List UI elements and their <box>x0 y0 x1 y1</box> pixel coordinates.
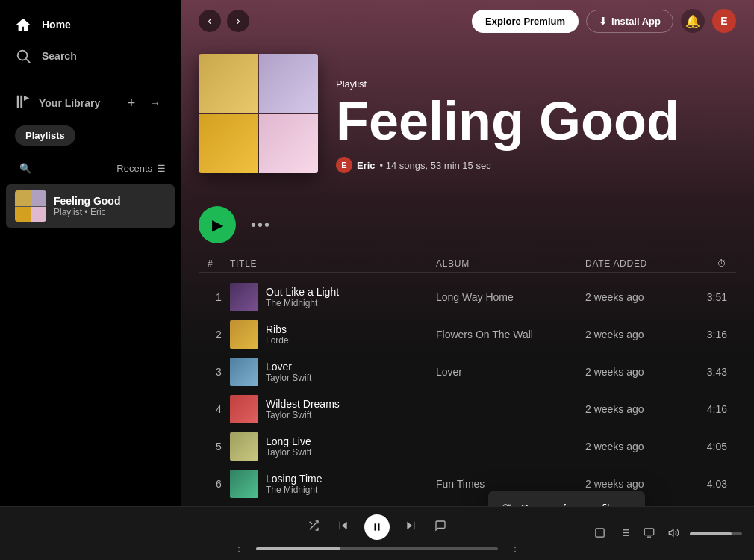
playlist-hero: Playlist Feeling Good E Eric • 14 songs,… <box>181 42 754 191</box>
volume-bar[interactable] <box>690 532 742 535</box>
remove-profile-label: Remove from profile <box>521 503 615 506</box>
user-avatar-button[interactable]: E <box>712 9 736 33</box>
lyrics-button[interactable] <box>431 517 449 538</box>
owner-name: Eric <box>357 160 376 171</box>
install-app-label: Install App <box>611 16 661 27</box>
playlist-details: Playlist Feeling Good E Eric • 14 songs,… <box>336 78 679 173</box>
search-label: Search <box>42 50 77 62</box>
main-content: ‹ › Explore Premium ⬇ Install App 🔔 E <box>181 0 754 506</box>
library-search-button[interactable]: 🔍 <box>15 158 36 178</box>
playlist-thumbnail <box>15 190 46 222</box>
library-header: Your Library + → <box>6 87 175 119</box>
svg-rect-28 <box>596 528 604 536</box>
play-button[interactable]: ▶ <box>199 206 236 243</box>
home-icon <box>15 16 31 33</box>
svg-rect-35 <box>644 528 654 535</box>
cover-cell-1 <box>199 54 258 113</box>
library-actions: + → <box>121 93 166 113</box>
bottom-player: -:- -:- <box>0 506 754 560</box>
svg-rect-25 <box>378 523 379 530</box>
playlist-owner: E Eric • 14 songs, 53 min 15 sec <box>336 157 679 173</box>
more-options-button[interactable]: ••• <box>251 217 271 234</box>
library-header-left: Your Library <box>15 93 100 113</box>
next-button[interactable] <box>402 517 420 538</box>
thumb-cell-1 <box>15 190 31 206</box>
search-icon <box>15 48 31 64</box>
playlist-item[interactable]: Feeling Good Playlist • Eric <box>6 184 175 228</box>
tracks-area: # Title Album Date added ⏱ 1 Out Like a … <box>181 243 754 506</box>
player-right <box>578 524 742 544</box>
sidebar-nav: Home Search <box>0 0 181 81</box>
add-library-button[interactable]: + <box>121 93 142 113</box>
time-current: -:- <box>228 544 250 553</box>
progress-fill <box>256 547 340 550</box>
install-icon: ⬇ <box>599 16 607 27</box>
topbar-left: ‹ › <box>199 10 249 32</box>
context-menu: Remove from profile Edit details ✨ Creat… <box>488 491 645 506</box>
playlist-meta: Playlist • Eric <box>54 207 166 217</box>
player-play-button[interactable] <box>364 514 390 540</box>
svg-rect-3 <box>20 96 22 108</box>
cover-cell-2 <box>259 54 318 113</box>
mini-player-button[interactable] <box>591 524 608 544</box>
playlist-controls: ▶ ••• <box>181 191 754 243</box>
sidebar-item-search[interactable]: Search <box>6 40 175 72</box>
svg-line-1 <box>26 59 30 63</box>
forward-button[interactable]: › <box>227 10 249 32</box>
playlists-filter-button[interactable]: Playlists <box>15 125 75 146</box>
topbar-right: Explore Premium ⬇ Install App 🔔 E <box>472 9 736 33</box>
cover-cell-4 <box>259 114 318 173</box>
playlist-info: Feeling Good Playlist • Eric <box>54 195 166 217</box>
library-title: Your Library <box>39 97 100 109</box>
search-recents: 🔍 Recents ☰ <box>6 152 175 184</box>
volume-button[interactable] <box>665 524 682 544</box>
volume-fill <box>690 532 732 535</box>
context-overlay: Remove from profile Edit details ✨ Creat… <box>181 243 754 506</box>
sidebar-item-home[interactable]: Home <box>6 9 175 40</box>
svg-point-4 <box>503 505 507 506</box>
svg-rect-24 <box>375 523 376 530</box>
back-button[interactable]: ‹ <box>199 10 221 32</box>
owner-meta: • 14 songs, 53 min 15 sec <box>380 160 491 171</box>
cover-cell-3 <box>199 114 258 173</box>
svg-marker-38 <box>669 529 673 536</box>
playlist-type: Playlist <box>336 78 679 90</box>
thumb-cell-4 <box>31 207 47 223</box>
notifications-button[interactable]: 🔔 <box>681 9 705 33</box>
recents-label: Recents <box>116 163 152 174</box>
playlist-cover <box>199 54 318 173</box>
context-remove-from-profile[interactable]: Remove from profile <box>488 494 645 506</box>
queue-button[interactable] <box>616 524 633 544</box>
recents-sort[interactable]: Recents ☰ <box>116 163 166 174</box>
player-center: -:- -:- <box>228 514 526 553</box>
svg-rect-2 <box>17 96 19 108</box>
library-section: Your Library + → Playlists 🔍 Recents ☰ <box>0 81 181 506</box>
progress-bar[interactable] <box>256 547 498 550</box>
svg-marker-26 <box>407 521 412 529</box>
svg-marker-22 <box>342 521 347 529</box>
playlist-big-title: Feeling Good <box>336 94 679 148</box>
expand-library-button[interactable]: → <box>145 93 166 113</box>
topbar: ‹ › Explore Premium ⬇ Install App 🔔 E <box>181 0 754 42</box>
player-controls <box>305 514 449 540</box>
playlists-filter: Playlists <box>6 119 175 152</box>
progress-bar-container: -:- -:- <box>228 544 526 553</box>
thumb-cell-3 <box>15 207 31 223</box>
time-total: -:- <box>504 544 526 553</box>
owner-avatar: E <box>336 157 352 173</box>
device-button[interactable] <box>641 524 658 544</box>
playlist-name: Feeling Good <box>54 195 166 207</box>
prev-button[interactable] <box>334 517 352 538</box>
install-app-button[interactable]: ⬇ Install App <box>586 10 673 33</box>
explore-premium-button[interactable]: Explore Premium <box>472 10 579 33</box>
remove-profile-icon <box>499 502 512 506</box>
library-icon <box>15 93 31 113</box>
thumb-cell-2 <box>31 190 47 206</box>
home-label: Home <box>42 19 71 31</box>
svg-line-21 <box>310 521 312 523</box>
svg-point-0 <box>18 51 28 60</box>
list-icon: ☰ <box>157 163 166 174</box>
shuffle-button[interactable] <box>305 517 323 538</box>
sidebar: Home Search Your Library + → <box>0 0 181 506</box>
